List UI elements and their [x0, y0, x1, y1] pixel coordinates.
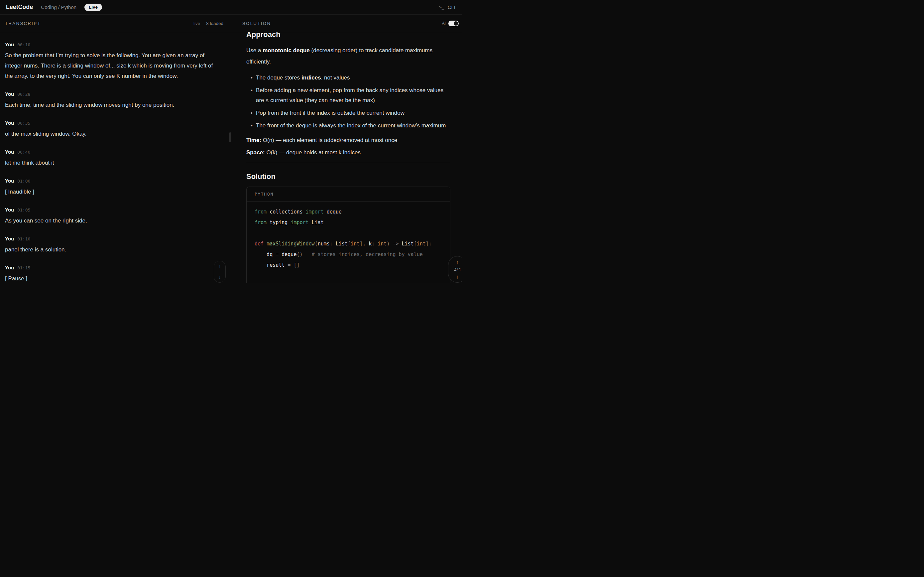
entry-header: You01:00 [5, 178, 222, 184]
bullet-item: •The front of the deque is always the in… [246, 121, 450, 131]
text-segment: O(n) — each element is added/removed at … [261, 137, 397, 143]
code-lines: from collections import dequefrom typing… [247, 201, 450, 276]
code-token-kw: from [255, 209, 267, 215]
pager-up-icon[interactable]: ↑ [456, 260, 459, 265]
approach-bullets: •The deque stores indices, not values•Be… [246, 73, 450, 131]
ai-toggle-group: AI [442, 21, 459, 26]
bullet-item: •Before adding a new element, pop from t… [246, 85, 450, 105]
bullet-item: •The deque stores indices, not values [246, 73, 450, 83]
text-segment: , not values [321, 74, 350, 81]
code-token-plain: nums [318, 241, 330, 247]
transcript-text: [ Pause ] [5, 273, 222, 283]
bottom-bar [0, 283, 462, 288]
bullet-text: The deque stores indices, not values [256, 73, 450, 83]
section-divider [246, 162, 450, 162]
code-token-kw: import [306, 209, 324, 215]
transcript-entry: You01:10panel there is a solution. [5, 236, 222, 255]
code-token-plain: List [336, 241, 348, 247]
loaded-count: 8 loaded [206, 21, 223, 26]
code-token-punc: () [296, 251, 302, 258]
app-title: LeetCode [6, 4, 33, 11]
transcript-text: of the max sliding window. Okay. [5, 129, 222, 139]
entry-header: You00:10 [5, 42, 222, 47]
bullet-dot: • [246, 85, 256, 105]
timestamp: 00:35 [17, 121, 30, 126]
code-line: def maxSlidingWindow(nums: List[int], k:… [255, 239, 442, 249]
code-line: result = [] [255, 260, 442, 271]
timestamp: 00:28 [17, 92, 30, 97]
code-token-plain: List [402, 241, 414, 247]
scroll-down-icon[interactable]: ↓ [219, 275, 221, 279]
ai-label: AI [442, 21, 446, 26]
solution-title: SOLUTION [242, 21, 271, 26]
code-token-kw: import [291, 219, 309, 226]
bullet-dot: • [246, 121, 256, 131]
code-line: from collections import deque [255, 206, 442, 217]
transcript-text: [ Inaudible ] [5, 187, 222, 197]
pager-down-icon[interactable]: ↓ [456, 274, 459, 279]
timestamp: 01:00 [17, 179, 30, 184]
app-window: LeetCode Coding / Python Live >_ CLI TRA… [0, 0, 462, 288]
transcript-text: panel there is a solution. [5, 245, 222, 255]
cli-label: CLI [448, 4, 455, 10]
code-token-plain: k [369, 241, 371, 247]
code-token-type: int [417, 241, 426, 247]
timestamp: 01:10 [17, 237, 30, 242]
entry-header: You00:40 [5, 149, 222, 155]
live-status-badge: Live [84, 4, 102, 11]
transcript-entry: You00:40let me think about it [5, 149, 222, 168]
transcript-scroll-controls: ↑ ↓ [214, 261, 226, 283]
timestamp: 00:40 [17, 150, 30, 155]
pager-position: 2/4 [454, 267, 461, 272]
text-segment: Before adding a new element, pop from th… [256, 87, 444, 103]
language-label: PYTHON [255, 192, 273, 197]
main-split: TRANSCRIPT live 8 loaded You00:10So the … [0, 15, 462, 283]
transcript-header: TRANSCRIPT live 8 loaded [0, 15, 230, 32]
timestamp: 01:05 [17, 208, 30, 213]
text-segment: Use a [246, 47, 263, 53]
ai-toggle[interactable] [448, 21, 459, 26]
code-token-plain [264, 241, 267, 247]
speaker-label: You [5, 207, 14, 213]
text-segment: The deque stores [256, 74, 302, 81]
terminal-icon: >_ [439, 5, 444, 10]
cli-button[interactable]: >_ CLI [439, 4, 455, 10]
entry-header: You01:05 [5, 207, 222, 213]
code-token-punc: : [371, 241, 378, 247]
timestamp: 00:10 [17, 42, 30, 47]
complexity-line: Space: O(k) — deque holds at most k indi… [246, 148, 450, 157]
live-indicator: live [193, 21, 200, 26]
code-token-punc: ( [315, 241, 318, 247]
transcript-text: So the problem that I’m trying to solve … [5, 50, 222, 81]
transcript-entries: You00:10So the problem that I’m trying t… [0, 32, 230, 283]
code-token-def: def [255, 241, 264, 247]
code-token-kw: from [255, 219, 267, 226]
scroll-up-icon[interactable]: ↑ [219, 264, 221, 269]
code-token-comment: # stores indices, decreasing by value [303, 251, 423, 258]
bullet-text: Before adding a new element, pop from th… [256, 85, 450, 105]
code-token-type: int [351, 241, 360, 247]
divider-scrollbar-thumb[interactable] [229, 132, 231, 142]
transcript-text: let me think about it [5, 158, 222, 168]
entry-header: You00:35 [5, 120, 222, 126]
transcript-entry: You00:28Each time, time and the sliding … [5, 91, 222, 110]
transcript-entry: You01:15[ Pause ] [5, 265, 222, 283]
speaker-label: You [5, 236, 14, 242]
code-token-punc: -> [389, 241, 402, 247]
speaker-label: You [5, 91, 14, 97]
speaker-label: You [5, 149, 14, 155]
approach-heading: Approach [246, 32, 450, 39]
solution-heading: Solution [246, 172, 450, 181]
code-token-plain: dq [255, 251, 276, 258]
bullet-text: The front of the deque is always the ind… [256, 121, 450, 131]
complexity-lines: Time: O(n) — each element is added/remov… [246, 135, 450, 157]
text-segment: O(k) — deque holds at most k indices [265, 149, 361, 156]
speaker-label: You [5, 120, 14, 126]
speaker-label: You [5, 178, 14, 184]
speaker-label: You [5, 265, 14, 271]
code-token-fn: maxSlidingWindow [267, 241, 315, 247]
code-token-plain: deque [324, 209, 342, 215]
approach-intro: Use a monotonic deque (decreasing order)… [246, 45, 450, 68]
code-token-plain: typing [267, 219, 291, 226]
code-token-plain: collections [267, 209, 305, 215]
